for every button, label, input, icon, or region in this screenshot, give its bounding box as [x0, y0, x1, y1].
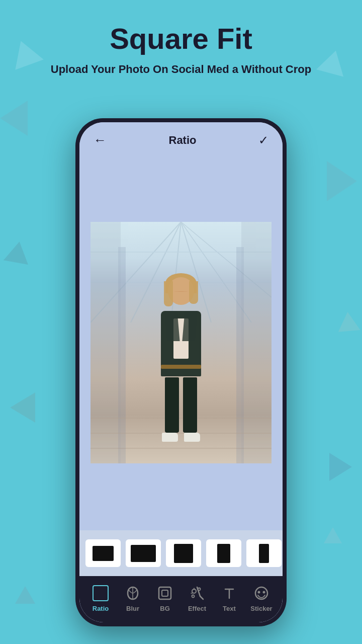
ratio-thumb-2[interactable]	[126, 539, 161, 567]
thumb-shape-4	[217, 544, 230, 563]
photo-content	[90, 222, 272, 463]
ratio-thumbnails	[79, 530, 283, 576]
text-icon	[220, 584, 238, 602]
thumb-shape-2	[131, 545, 156, 562]
nav-item-blur[interactable]: Blur	[118, 584, 147, 612]
decoration-triangle-8	[329, 453, 352, 481]
page-subtitle: Upload Your Photo On Social Med a Withou…	[0, 62, 362, 77]
person-right-shoe	[184, 433, 200, 442]
person-shoes	[148, 433, 214, 442]
back-button[interactable]: ←	[94, 132, 107, 148]
svg-point-28	[263, 591, 265, 594]
decoration-triangle-6	[327, 161, 357, 201]
svg-rect-16	[162, 590, 168, 596]
thumb-shape-3	[174, 544, 193, 563]
thumb-shape-1	[93, 546, 114, 561]
nav-label-ratio: Ratio	[93, 605, 109, 612]
decoration-triangle-4	[10, 392, 35, 423]
nav-label-bg: BG	[160, 605, 170, 612]
decoration-triangle-2	[0, 101, 28, 136]
decoration-triangle-3	[4, 239, 32, 265]
nav-item-text[interactable]: Text	[215, 584, 244, 612]
blur-icon	[124, 584, 142, 602]
svg-point-21	[192, 595, 195, 598]
decoration-triangle-7	[336, 311, 360, 332]
nav-label-text: Text	[223, 605, 236, 612]
bottom-nav: Ratio Blur	[79, 576, 283, 622]
svg-rect-15	[159, 587, 171, 599]
svg-line-18	[200, 596, 203, 599]
person-body	[161, 311, 201, 376]
effect-icon	[188, 584, 206, 602]
thumb-shape-5	[259, 544, 269, 563]
decoration-triangle-10	[324, 527, 342, 543]
nav-label-blur: Blur	[126, 605, 139, 612]
svg-point-27	[258, 591, 260, 594]
person-right-leg	[183, 377, 197, 433]
ratio-thumb-4[interactable]	[206, 539, 241, 567]
nav-item-effect[interactable]: Effect	[183, 584, 212, 612]
ratio-thumb-1[interactable]	[85, 539, 121, 567]
person-legs	[148, 377, 214, 433]
nav-item-ratio[interactable]: Ratio	[86, 584, 115, 612]
person-figure	[148, 277, 214, 438]
photo-frame	[90, 222, 272, 463]
bg-icon	[156, 584, 174, 602]
phone-screen: ← Ratio ✓	[79, 122, 283, 622]
ratio-icon-border	[93, 585, 109, 601]
screen-title: Ratio	[169, 134, 197, 147]
decoration-triangle-9	[15, 586, 35, 604]
confirm-button[interactable]: ✓	[258, 133, 268, 147]
nav-label-sticker: Sticker	[250, 605, 272, 612]
nav-item-sticker[interactable]: Sticker	[247, 584, 276, 612]
top-bar: ← Ratio ✓	[79, 122, 283, 155]
nav-label-effect: Effect	[188, 605, 206, 612]
ratio-thumb-5[interactable]	[246, 539, 282, 567]
person-left-leg	[165, 377, 179, 433]
phone-mockup: ← Ratio ✓	[75, 118, 287, 626]
ratio-thumb-3[interactable]	[166, 539, 201, 567]
svg-point-20	[198, 588, 201, 591]
person-left-shoe	[162, 433, 178, 442]
sticker-icon	[252, 584, 270, 602]
image-area	[79, 155, 283, 530]
page-title: Square Fit	[0, 0, 362, 55]
ratio-icon	[92, 584, 110, 602]
nav-item-bg[interactable]: BG	[150, 584, 179, 612]
